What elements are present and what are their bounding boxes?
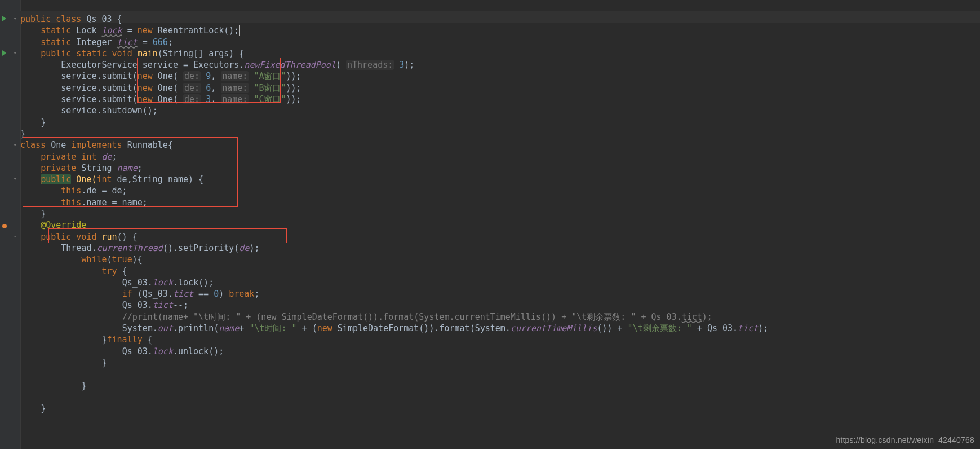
code-line[interactable]: service.submit(new One( de: 6, name: "B窗… [20,82,980,94]
code-line[interactable]: if (Qs_03.tict == 0) break; [20,288,980,300]
run-class-icon[interactable] [2,16,6,21]
params: () { [117,232,138,242]
code-line[interactable]: class One implements Runnable{ [20,139,980,151]
param-hint: de: [183,71,201,81]
expr: ExecutorService service = Executors. [61,60,244,70]
brace: } [102,358,107,368]
comma: , [211,71,221,81]
keyword: new [138,94,153,104]
code-area[interactable]: public class Qs_03 { static Lock lock = … [20,0,980,449]
code-line[interactable]: service.submit(new One( de: 3, name: "C窗… [20,94,980,105]
code-line[interactable]: } [20,380,980,391]
type-ref: Lock [76,25,96,36]
code-line[interactable]: Qs_03.lock.lock(); [20,277,980,288]
keyword: class [56,14,81,24]
code-line[interactable]: this.name = name; [20,197,980,208]
keyword: void [112,49,132,59]
keyword: static [76,49,107,59]
expr: Qs_03. [122,346,153,356]
code-line[interactable]: ExecutorService service = Executors.newF… [20,59,980,71]
ctor-name: One( [71,174,96,184]
code-line[interactable]: service.shutdown(); [20,105,980,116]
param-hint: nThreads: [346,60,394,70]
fold-icon[interactable]: ▾ [14,50,19,56]
code-line[interactable]: public class Qs_03 { [20,14,980,25]
code-line[interactable]: @Override [20,219,980,231]
code-line[interactable]: this.de = de; [20,185,980,196]
code-line[interactable]: service.submit(new One( de: 9, name: "A窗… [20,71,980,82]
field-name: de [102,152,112,162]
field-name: tict [117,37,138,47]
string: "\t时间: " [249,323,296,333]
code-line[interactable]: static Integer tict = 666; [20,37,980,48]
method-name: main [138,49,158,59]
param-hint: name: [221,83,249,93]
code-line[interactable]: private String name; [20,162,980,174]
expr: Thread. [61,243,96,253]
code-line[interactable]: System.out.println(name+ "\t时间: " + (new… [20,323,980,334]
field-ref: name [219,323,239,333]
keyword: while [81,254,107,265]
gutter: ▾ ▾ ▾ ▾ ▾ [0,0,21,449]
call: ().setPriority( [163,243,239,253]
fold-icon[interactable]: ▾ [14,142,19,148]
keyword: try [102,266,117,276]
string: "A窗口" [249,71,286,81]
override-icon[interactable] [2,224,7,228]
semi: ; [138,163,143,173]
caret [239,25,240,36]
keyword: class [20,140,46,150]
code-line[interactable] [20,391,980,403]
expr: SimpleDateFormat()).format(System. [332,323,511,333]
expr: (Qs_03. [132,289,173,299]
code-line[interactable]: public One(int de,String name) { [20,174,980,185]
code-line[interactable]: while(true){ [20,254,980,265]
close: )); [286,83,301,93]
brace: { [112,14,122,24]
keyword: implements [71,140,122,150]
keyword: static [41,25,71,36]
run-main-icon[interactable] [2,50,6,56]
open-paren: ( [336,60,346,70]
static-method: newFixedThreadPool [244,60,336,70]
close: )); [286,94,301,104]
static-method: currentTimeMillis [511,323,597,333]
string: "\t剩余票数: " [628,323,692,333]
code-line[interactable]: Qs_03.lock.unlock(); [20,346,980,357]
class-name: Qs_03 [86,14,112,24]
code-line[interactable]: try { [20,266,980,277]
op: --; [173,300,188,310]
class-name: One [46,140,71,150]
op: == [193,289,214,299]
expr: System. [122,323,158,333]
string: "C窗口" [249,94,286,104]
code-line[interactable]: } [20,403,980,414]
op: ()) + [597,323,627,333]
keyword: public [20,14,51,24]
number: 666 [153,37,168,47]
code-line[interactable]: private int de; [20,151,980,162]
fold-icon[interactable]: ▾ [14,16,19,21]
code-line[interactable]: } [20,208,980,219]
op: = [122,25,138,36]
code-line[interactable]: static Lock lock = new ReentrantLock(); [20,25,980,36]
code-line[interactable] [20,368,980,380]
code-line[interactable]: public void run() { [20,231,980,243]
code-line[interactable]: Thread.currentThread().setPriority(de); [20,243,980,254]
fold-icon[interactable]: ▾ [14,176,19,182]
code-editor[interactable]: ▾ ▾ ▾ ▾ ▾ public class Qs_03 { static Lo… [0,0,980,449]
brace: } [41,403,46,413]
params: de,String name) { [112,174,204,184]
close: ); [404,60,414,70]
code-line[interactable]: //print(name+ "\t时间: " + (new SimpleDate… [20,311,980,323]
code-line[interactable]: }finally { [20,334,980,345]
code-line[interactable]: public static void main(String[] args) { [20,48,980,59]
static-method: currentThread [96,243,162,253]
code-line[interactable]: } [20,357,980,368]
fold-icon[interactable]: ▾ [14,234,19,239]
code-line[interactable]: Qs_03.tict--; [20,300,980,311]
code-line[interactable]: } [20,128,980,139]
number: 3 [399,60,404,70]
code-line[interactable]: } [20,117,980,128]
assign: .de = de; [81,186,127,196]
